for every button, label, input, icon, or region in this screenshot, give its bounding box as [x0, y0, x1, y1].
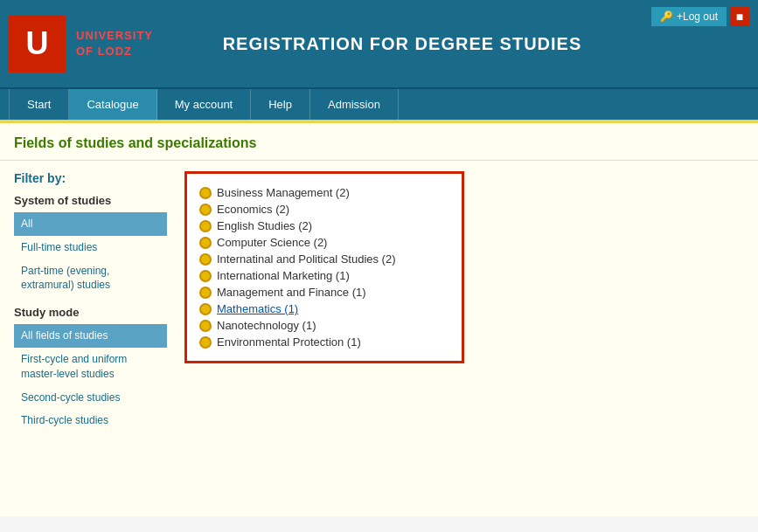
bullet-icon [199, 270, 212, 282]
field-label: Management and Finance (1) [217, 286, 366, 299]
list-item: Nanotechnology (1) [199, 317, 449, 334]
field-label: Internatinal and Political Studies (2) [217, 252, 396, 266]
logo-area: U UNIVERSITY OF LODZ [0, 16, 153, 73]
tab-catalogue[interactable]: Catalogue [69, 89, 156, 120]
list-item: English Studies (2) [199, 218, 449, 234]
filter-first-cycle[interactable]: First-cycle and uniform master-level stu… [14, 348, 167, 386]
list-item: Environmental Protection (1) [199, 334, 449, 350]
university-logo: U [9, 16, 66, 73]
bullet-icon [199, 204, 212, 216]
filter-all[interactable]: All [14, 212, 167, 236]
list-item: Management and Finance (1) [199, 284, 449, 301]
field-label: Business Management (2) [217, 186, 350, 199]
field-label: English Studies (2) [217, 219, 312, 232]
filter-second-cycle[interactable]: Second-cycle studies [14, 386, 167, 410]
bullet-icon [199, 320, 212, 332]
bullet-icon [199, 237, 212, 249]
page-heading: Fields of studies and specializations [0, 123, 758, 161]
sidebar: Filter by: System of studies All Full-ti… [14, 171, 167, 432]
page-content: Fields of studies and specializations Fi… [0, 123, 758, 516]
list-item: International Marketing (1) [199, 267, 449, 284]
system-of-studies-label: System of studies [14, 194, 167, 207]
logout-area: 🔑 +Log out ■ [651, 0, 758, 26]
field-label: Environmental Protection (1) [217, 335, 361, 349]
tab-my-account[interactable]: My account [157, 89, 251, 120]
filter-all-fields[interactable]: All fields of studies [14, 324, 167, 348]
tab-help[interactable]: Help [251, 89, 310, 120]
field-label: Nanotechnology (1) [217, 319, 316, 332]
field-label: Economics (2) [217, 203, 289, 216]
filter-heading: Filter by: [14, 171, 167, 185]
page-title: REGISTRATION FOR DEGREE STUDIES [153, 34, 651, 54]
field-link[interactable]: Mathematics (1) [217, 302, 298, 315]
bullet-icon [199, 220, 212, 232]
tab-admission[interactable]: Admission [310, 89, 399, 120]
top-bar: U UNIVERSITY OF LODZ REGISTRATION FOR DE… [0, 0, 758, 87]
fields-box: Business Management (2)Economics (2)Engl… [184, 171, 464, 363]
list-item: Computer Science (2) [199, 234, 449, 251]
study-mode-label: Study mode [14, 306, 167, 319]
university-name: UNIVERSITY OF LODZ [76, 28, 153, 59]
logout-button[interactable]: 🔑 +Log out [651, 7, 727, 26]
field-label: International Marketing (1) [217, 269, 350, 282]
field-label: Computer Science (2) [217, 236, 327, 249]
fields-area: Business Management (2)Economics (2)Engl… [184, 171, 744, 432]
main-layout: Filter by: System of studies All Full-ti… [0, 161, 758, 443]
close-button[interactable]: ■ [730, 7, 749, 26]
tab-start[interactable]: Start [9, 89, 69, 120]
bullet-icon [199, 187, 212, 199]
filter-full-time[interactable]: Full-time studies [14, 236, 167, 259]
list-item: Economics (2) [199, 201, 449, 218]
bullet-icon [199, 303, 212, 315]
key-icon: 🔑 [660, 10, 673, 23]
list-item: Business Management (2) [199, 184, 449, 201]
bullet-icon [199, 336, 212, 349]
nav-bar: Start Catalogue My account Help Admissio… [0, 87, 758, 120]
filter-third-cycle[interactable]: Third-cycle studies [14, 409, 167, 432]
bullet-icon [199, 287, 212, 299]
bullet-icon [199, 253, 212, 266]
list-item: Internatinal and Political Studies (2) [199, 251, 449, 267]
filter-part-time[interactable]: Part-time (evening, extramural) studies [14, 259, 167, 298]
list-item: Mathematics (1) [199, 301, 449, 317]
